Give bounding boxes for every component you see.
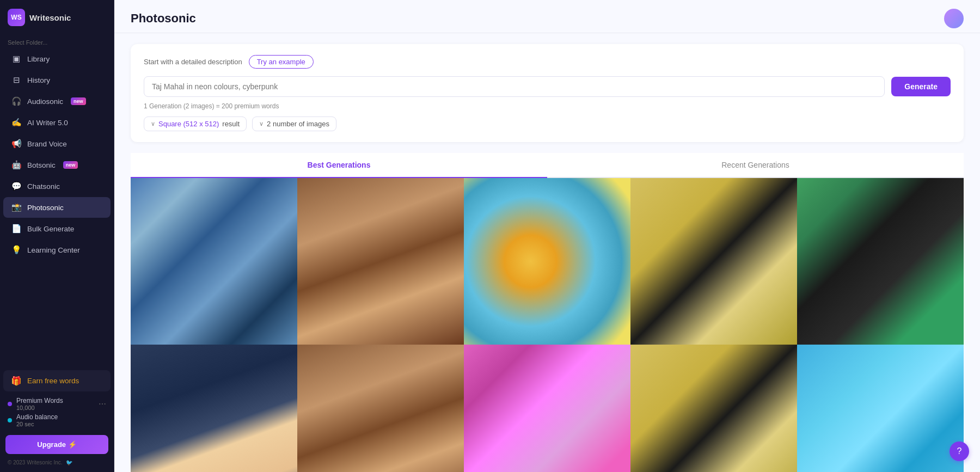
footer: © 2023 Writesonic Inc. 🐦 <box>0 457 114 468</box>
logo-text: Writesonic <box>29 13 71 22</box>
copyright-text: © 2023 Writesonic Inc. <box>8 459 63 465</box>
sidebar-item-library[interactable]: ▣ Library <box>3 48 111 69</box>
image-taj-mahal <box>464 345 630 472</box>
image-cell-cyclist[interactable] <box>464 178 630 345</box>
image-cell-cat-samurai[interactable] <box>797 178 964 345</box>
sidebar-item-label: Library <box>27 55 50 63</box>
more-options-icon[interactable]: ⋯ <box>99 400 106 408</box>
premium-dot <box>8 402 12 406</box>
size-result-label: result <box>222 120 240 128</box>
sidebar-item-chatsonic[interactable]: 💬 Chatsonic <box>3 176 111 197</box>
image-count-label: 2 number of images <box>267 120 329 128</box>
image-cell-indian-woman[interactable] <box>131 345 297 472</box>
history-icon: ⊟ <box>11 75 22 85</box>
sidebar-items: ▣ Library ⊟ History 🎧 Audiosonic new ✍ A… <box>0 48 114 261</box>
bulk-generate-icon: 📄 <box>11 223 22 234</box>
image-scream-2 <box>630 345 797 472</box>
gift-icon: 🎁 <box>11 376 22 386</box>
sidebar-item-label: Photosonic <box>27 204 64 212</box>
premium-words-value: 10,000 <box>16 404 63 411</box>
audio-dot <box>8 418 12 422</box>
try-example-row: Start with a detailed description Try an… <box>144 55 951 69</box>
badge-new: new <box>63 161 78 169</box>
premium-words-label: Premium Words <box>16 397 63 404</box>
twitter-icon[interactable]: 🐦 <box>66 459 72 465</box>
size-option-label: Square (512 x 512) <box>158 120 219 128</box>
image-mona-lisa <box>297 178 464 345</box>
photosonic-icon: 📸 <box>11 202 22 213</box>
image-cell-scream-2[interactable] <box>630 345 797 472</box>
image-mona-lisa-2 <box>297 345 464 472</box>
audio-balance-value: 20 sec <box>16 421 58 427</box>
image-cat-samurai <box>797 178 964 345</box>
sidebar-logo[interactable]: WS Writesonic <box>0 0 114 35</box>
tab-best-generations[interactable]: Best Generations <box>131 153 547 177</box>
badge-new: new <box>71 97 86 105</box>
tab-recent-generations[interactable]: Recent Generations <box>547 153 964 177</box>
sidebar-item-bulk-generate[interactable]: 📄 Bulk Generate <box>3 218 111 239</box>
description-label: Start with a detailed description <box>144 58 242 66</box>
sidebar-item-label: AI Writer 5.0 <box>27 119 68 127</box>
image-cell-taj-mahal[interactable] <box>464 345 630 472</box>
chevron-down-icon: ∨ <box>151 120 155 127</box>
sidebar-bottom: 🎁 Earn free words Premium Words 10,000 ⋯… <box>0 369 114 472</box>
library-icon: ▣ <box>11 53 22 64</box>
size-option-chip[interactable]: ∨ Square (512 x 512) result <box>144 117 247 131</box>
botsonic-icon: 🤖 <box>11 160 22 170</box>
image-cell-scream[interactable] <box>630 178 797 345</box>
image-cell-mona-lisa[interactable] <box>297 178 464 345</box>
image-cell-robot[interactable] <box>797 345 964 472</box>
learning-center-icon: 💡 <box>11 244 22 255</box>
premium-words-row: Premium Words 10,000 ⋯ <box>8 397 106 411</box>
generate-button[interactable]: Generate <box>891 77 951 96</box>
image-cell-mona-lisa-2[interactable] <box>297 345 464 472</box>
logo-icon: WS <box>8 9 25 26</box>
sidebar-item-ai-writer[interactable]: ✍ AI Writer 5.0 <box>3 112 111 133</box>
image-van-gogh <box>131 178 297 345</box>
brand-voice-icon: 📢 <box>11 138 22 149</box>
content-area: Start with a detailed description Try an… <box>114 33 980 472</box>
try-example-button[interactable]: Try an example <box>249 55 314 69</box>
prompt-row: Generate <box>144 76 951 97</box>
earn-free-label: Earn free words <box>27 377 79 385</box>
image-robot <box>797 345 964 472</box>
account-info: Premium Words 10,000 ⋯ Audio balance 20 … <box>0 393 114 432</box>
audio-balance-label: Audio balance <box>16 413 58 421</box>
chevron-down-icon-2: ∨ <box>259 120 264 127</box>
options-row: ∨ Square (512 x 512) result ∨ 2 number o… <box>144 117 951 131</box>
sidebar-item-label: Bulk Generate <box>27 225 74 233</box>
sidebar-item-label: Chatsonic <box>27 182 60 191</box>
sidebar-item-label: Audiosonic <box>27 97 63 106</box>
audiosonic-icon: 🎧 <box>11 96 22 107</box>
sidebar-item-audiosonic[interactable]: 🎧 Audiosonic new <box>3 91 111 112</box>
image-scream <box>630 178 797 345</box>
earn-free-words-button[interactable]: 🎁 Earn free words <box>3 370 111 391</box>
image-indian-woman <box>131 345 297 472</box>
sidebar-item-label: History <box>27 76 50 84</box>
tabs-row: Best Generations Recent Generations <box>131 153 964 178</box>
image-count-chip[interactable]: ∨ 2 number of images <box>252 117 336 131</box>
prompt-input[interactable] <box>144 76 885 97</box>
sidebar-item-history[interactable]: ⊟ History <box>3 70 111 90</box>
sidebar-item-label: Brand Voice <box>27 140 67 148</box>
sidebar-item-photosonic[interactable]: 📸 Photosonic <box>3 197 111 218</box>
sidebar-item-brand-voice[interactable]: 📢 Brand Voice <box>3 133 111 154</box>
help-icon[interactable]: ? <box>950 442 969 461</box>
input-section: Start with a detailed description Try an… <box>131 44 964 142</box>
sidebar-item-label: Botsonic <box>27 161 56 169</box>
main-content: Photosonic Start with a detailed descrip… <box>114 0 980 472</box>
sidebar-item-botsonic[interactable]: 🤖 Botsonic new <box>3 155 111 175</box>
chatsonic-icon: 💬 <box>11 181 22 192</box>
image-cell-van-gogh[interactable] <box>131 178 297 345</box>
image-grid <box>131 178 964 472</box>
upgrade-button[interactable]: Upgrade ⚡ <box>5 435 108 454</box>
sidebar-item-label: Learning Center <box>27 246 80 254</box>
audio-balance-row: Audio balance 20 sec <box>8 413 106 427</box>
page-title: Photosonic <box>131 11 196 26</box>
ai-writer-icon: ✍ <box>11 117 22 128</box>
sidebar: WS Writesonic Select Folder... ▣ Library… <box>0 0 114 472</box>
main-header: Photosonic <box>114 0 980 33</box>
user-avatar[interactable] <box>944 9 964 28</box>
select-folder-label[interactable]: Select Folder... <box>0 35 114 48</box>
sidebar-item-learning-center[interactable]: 💡 Learning Center <box>3 240 111 260</box>
